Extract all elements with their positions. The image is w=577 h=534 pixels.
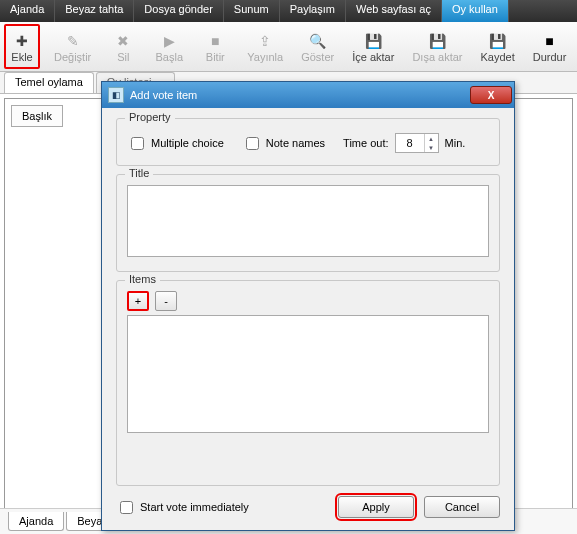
bitir-label: Bitir bbox=[206, 51, 225, 63]
dialog-app-icon: ◧ bbox=[108, 87, 124, 103]
durdur-button[interactable]: ■ Durdur bbox=[529, 24, 571, 69]
tab-beyaz-tahta[interactable]: Beyaz tahta bbox=[55, 0, 134, 22]
edit-icon: ✎ bbox=[63, 31, 83, 51]
timeout-input[interactable] bbox=[396, 134, 424, 152]
timeout-group: Time out: ▲ ▼ Min. bbox=[343, 133, 465, 153]
tab-oy-kullan[interactable]: Oy kullan bbox=[442, 0, 509, 22]
tab-paylasim[interactable]: Paylaşım bbox=[280, 0, 346, 22]
spinner-down-icon[interactable]: ▼ bbox=[424, 143, 438, 152]
items-legend: Items bbox=[125, 273, 160, 285]
export-icon: 💾 bbox=[427, 31, 447, 51]
timeout-label: Time out: bbox=[343, 137, 388, 149]
title-legend: Title bbox=[125, 167, 153, 179]
dialog-titlebar[interactable]: ◧ Add vote item X bbox=[102, 82, 514, 108]
multiple-choice-option[interactable]: Multiple choice bbox=[127, 134, 224, 153]
multiple-choice-checkbox[interactable] bbox=[131, 137, 144, 150]
disa-aktar-button[interactable]: 💾 Dışa aktar bbox=[408, 24, 466, 69]
bottomtab-ajanda[interactable]: Ajanda bbox=[8, 512, 64, 531]
tab-ajanda[interactable]: Ajanda bbox=[0, 0, 55, 22]
publish-icon: ⇪ bbox=[255, 31, 275, 51]
delete-icon: ✖ bbox=[113, 31, 133, 51]
remove-item-button[interactable]: - bbox=[155, 291, 177, 311]
save-icon: 💾 bbox=[488, 31, 508, 51]
show-icon: 🔍 bbox=[308, 31, 328, 51]
ekle-button[interactable]: ✚ Ekle bbox=[4, 24, 40, 69]
timeout-spinner[interactable]: ▲ ▼ bbox=[395, 133, 439, 153]
note-names-option[interactable]: Note names bbox=[242, 134, 325, 153]
title-fieldset: Title bbox=[116, 174, 500, 272]
disa-aktar-label: Dışa aktar bbox=[412, 51, 462, 63]
property-legend: Property bbox=[125, 111, 175, 123]
kaydet-label: Kaydet bbox=[481, 51, 515, 63]
stop-icon: ■ bbox=[205, 31, 225, 51]
ribbon-toolbar: ✚ Ekle ✎ Değiştir ✖ Sil ▶ Başla ■ Bitir … bbox=[0, 22, 577, 72]
dialog-footer: Start vote immediately Apply Cancel bbox=[102, 486, 514, 530]
ekle-label: Ekle bbox=[11, 51, 32, 63]
stop-rec-icon: ■ bbox=[540, 31, 560, 51]
ice-aktar-button[interactable]: 💾 İçe aktar bbox=[348, 24, 398, 69]
multiple-choice-label: Multiple choice bbox=[151, 137, 224, 149]
start-immediately-checkbox[interactable] bbox=[120, 501, 133, 514]
subtab-temel-oylama[interactable]: Temel oylama bbox=[4, 72, 94, 93]
goster-label: Göster bbox=[301, 51, 334, 63]
yayinla-label: Yayınla bbox=[247, 51, 283, 63]
basla-label: Başla bbox=[156, 51, 184, 63]
start-immediately-label: Start vote immediately bbox=[140, 501, 249, 513]
spinner-up-icon[interactable]: ▲ bbox=[424, 134, 438, 143]
apply-button[interactable]: Apply bbox=[338, 496, 414, 518]
import-icon: 💾 bbox=[363, 31, 383, 51]
note-names-checkbox[interactable] bbox=[246, 137, 259, 150]
sil-button[interactable]: ✖ Sil bbox=[105, 24, 141, 69]
kaydet-button[interactable]: 💾 Kaydet bbox=[477, 24, 519, 69]
dialog-title-text: Add vote item bbox=[130, 89, 197, 101]
bitir-button[interactable]: ■ Bitir bbox=[197, 24, 233, 69]
tab-sunum[interactable]: Sunum bbox=[224, 0, 280, 22]
sil-label: Sil bbox=[117, 51, 129, 63]
dialog-body: Property Multiple choice Note names Time… bbox=[102, 108, 514, 486]
timeout-unit: Min. bbox=[445, 137, 466, 149]
note-names-label: Note names bbox=[266, 137, 325, 149]
basla-button[interactable]: ▶ Başla bbox=[151, 24, 187, 69]
cancel-button[interactable]: Cancel bbox=[424, 496, 500, 518]
start-immediately-option[interactable]: Start vote immediately bbox=[116, 498, 249, 517]
goster-button[interactable]: 🔍 Göster bbox=[297, 24, 338, 69]
ice-aktar-label: İçe aktar bbox=[352, 51, 394, 63]
degistir-button[interactable]: ✎ Değiştir bbox=[50, 24, 95, 69]
yayinla-button[interactable]: ⇪ Yayınla bbox=[243, 24, 287, 69]
play-icon: ▶ bbox=[159, 31, 179, 51]
column-header-baslik[interactable]: Başlık bbox=[11, 105, 63, 127]
title-textarea[interactable] bbox=[127, 185, 489, 257]
add-item-button[interactable]: + bbox=[127, 291, 149, 311]
degistir-label: Değiştir bbox=[54, 51, 91, 63]
tab-dosya-gonder[interactable]: Dosya gönder bbox=[134, 0, 224, 22]
add-file-icon: ✚ bbox=[12, 31, 32, 51]
property-fieldset: Property Multiple choice Note names Time… bbox=[116, 118, 500, 166]
durdur-label: Durdur bbox=[533, 51, 567, 63]
tab-web-sayfasi-ac[interactable]: Web sayfası aç bbox=[346, 0, 442, 22]
dialog-close-button[interactable]: X bbox=[470, 86, 512, 104]
items-listbox[interactable] bbox=[127, 315, 489, 433]
add-vote-item-dialog: ◧ Add vote item X Property Multiple choi… bbox=[101, 81, 515, 531]
main-tabstrip: Ajanda Beyaz tahta Dosya gönder Sunum Pa… bbox=[0, 0, 577, 22]
items-fieldset: Items + - bbox=[116, 280, 500, 486]
